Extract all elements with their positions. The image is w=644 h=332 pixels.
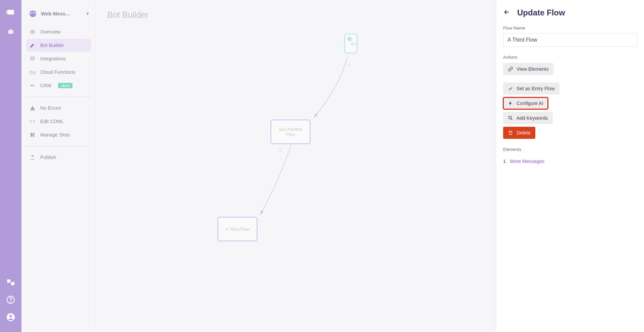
flow-node-entry[interactable]: Su (344, 34, 358, 54)
section-label-elements: Elements (503, 147, 637, 152)
button-label: Configure AI (517, 101, 543, 106)
svg-point-16 (34, 12, 35, 13)
nav-tertiary: Publish (26, 151, 91, 164)
set-entry-flow-button[interactable]: Set as Entry Flow (503, 82, 559, 95)
svg-rect-2 (8, 30, 13, 34)
account-icon[interactable] (6, 313, 15, 322)
sidebar-item-label: Integrations (40, 56, 66, 61)
chevron-down-icon[interactable]: ▾ (86, 10, 89, 17)
nav-secondary: No Errors Edit CDML Manage Slots (26, 102, 91, 141)
configure-ai-button[interactable]: Configure AI (503, 97, 548, 109)
bolt-icon (508, 101, 513, 106)
sidebar-item-publish[interactable]: Publish (26, 151, 91, 164)
sidebar-item-label: No Errors (40, 105, 61, 111)
sidebar-item-manage-slots[interactable]: Manage Slots (26, 128, 91, 141)
sidebar-item-integrations[interactable]: Integrations (26, 52, 91, 65)
sidebar-item-label: Publish (40, 155, 56, 160)
publish-icon (30, 154, 36, 160)
nav-primary: Overview Bot Builder Integrations f(x) C… (26, 25, 91, 92)
sidebar-item-label: Overview (40, 29, 60, 35)
sidebar-item-label: Edit CDML (40, 119, 64, 124)
chat-icon[interactable] (6, 8, 15, 17)
sidebar-item-label: Bot Builder (40, 43, 64, 48)
sidebar-item-label: Manage Slots (40, 132, 70, 137)
element-link[interactable]: More Messages (510, 159, 544, 164)
delete-button[interactable]: Delete (503, 127, 535, 139)
flow-node-third-flow[interactable]: A Third Flow (217, 217, 258, 241)
svg-point-15 (31, 12, 32, 13)
check-icon (508, 86, 513, 91)
link-icon (508, 66, 513, 72)
search-icon (508, 115, 513, 121)
translate-icon[interactable] (6, 278, 15, 287)
app-rail (0, 0, 21, 332)
bot-icon[interactable] (6, 27, 15, 36)
back-arrow-icon[interactable] (503, 8, 511, 17)
sidebar-item-label: CRM (40, 83, 51, 88)
flow-node-label: Flow (286, 132, 295, 137)
check-icon (347, 37, 352, 41)
sidebar-item-bot-builder[interactable]: Bot Builder (26, 39, 91, 52)
code-icon (30, 118, 36, 124)
pencil-icon (30, 42, 36, 48)
svg-point-11 (9, 315, 12, 318)
flow-edges (96, 30, 496, 332)
flow-node-label: Su (351, 41, 356, 46)
puzzle-icon (30, 132, 36, 138)
svg-point-3 (9, 31, 10, 32)
flow-node-just-another[interactable]: Just Another Flow (270, 119, 311, 144)
elements-list: 1. More Messages (503, 159, 637, 164)
add-keywords-button[interactable]: Add Keywords (503, 112, 553, 124)
button-label: View Elements (517, 66, 549, 72)
svg-rect-6 (7, 279, 10, 283)
layers-icon (30, 56, 36, 62)
element-number: 1. (503, 159, 507, 164)
svg-point-17 (32, 31, 34, 33)
panel-header: Update Flow (503, 8, 637, 17)
flow-canvas: Su 1 Just Another Flow 1 A Third Flow (96, 30, 496, 332)
button-label: Delete (517, 130, 531, 135)
view-elements-button[interactable]: View Elements (503, 63, 553, 75)
owl-logo (28, 9, 38, 18)
sidebar-item-label: Cloud Functions (40, 69, 75, 75)
svg-point-18 (509, 116, 512, 119)
sidebar-header[interactable]: Web Mess… ▾ (26, 6, 91, 25)
function-icon: f(x) (30, 70, 36, 75)
alpha-badge: alpha (58, 83, 72, 88)
main-canvas[interactable]: Bot Builder Su 1 Just Another Flow (96, 0, 496, 332)
warning-icon (30, 105, 36, 111)
update-flow-panel: Update Flow Flow Name Actions View Eleme… (496, 0, 644, 332)
flow-node-label: A Third Flow (225, 227, 250, 232)
sidebar-item-cloud-functions[interactable]: f(x) Cloud Functions (26, 66, 91, 78)
svg-point-4 (11, 31, 12, 32)
svg-rect-7 (11, 282, 14, 285)
button-label: Add Keywords (517, 115, 548, 121)
nav-divider (26, 146, 91, 146)
sidebar-item-overview[interactable]: Overview (26, 25, 91, 38)
workspace-name: Web Mess… (41, 11, 83, 16)
edge-label: 1 (279, 148, 281, 152)
sidebar: Web Mess… ▾ Overview Bot Builder Integra… (21, 0, 96, 332)
sidebar-item-edit-cdml[interactable]: Edit CDML (26, 115, 91, 128)
page-title: Bot Builder (107, 10, 485, 20)
field-label-flow-name: Flow Name (503, 25, 637, 31)
handshake-icon (30, 82, 36, 89)
trash-icon (508, 130, 513, 135)
svg-rect-5 (10, 29, 11, 30)
nav-divider (26, 97, 91, 97)
section-label-actions: Actions (503, 55, 637, 60)
eye-icon (30, 29, 36, 35)
panel-title: Update Flow (517, 8, 565, 17)
flow-node-label: Just Another (278, 127, 303, 132)
rail-bottom (6, 278, 15, 332)
svg-rect-0 (7, 10, 14, 14)
help-icon[interactable] (6, 295, 15, 305)
svg-rect-1 (6, 11, 7, 14)
flow-name-input[interactable] (503, 33, 637, 47)
button-label: Set as Entry Flow (517, 86, 555, 91)
sidebar-item-crm[interactable]: CRM alpha (26, 79, 91, 92)
edge-label: 1 (348, 63, 350, 67)
sidebar-item-no-errors[interactable]: No Errors (26, 102, 91, 114)
svg-point-9 (10, 301, 11, 302)
